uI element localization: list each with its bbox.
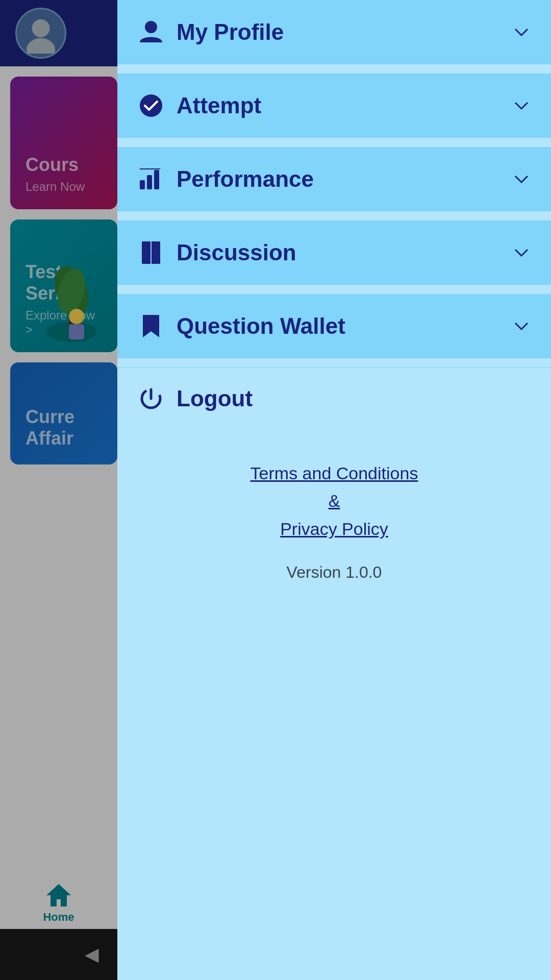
checkmark-circle-icon — [138, 92, 164, 119]
separator-2 — [117, 139, 551, 147]
drawer-item-discussion[interactable]: Discussion — [117, 220, 551, 286]
privacy-link[interactable]: Privacy Policy — [280, 519, 388, 538]
separator-1 — [117, 65, 551, 74]
my-profile-chevron-icon — [512, 23, 531, 41]
svg-rect-11 — [147, 175, 152, 189]
drawer-item-attempt[interactable]: Attempt — [117, 74, 551, 139]
drawer-item-my-profile[interactable]: My Profile — [117, 0, 551, 65]
drawer-item-performance-left: Performance — [138, 166, 314, 192]
separator-5 — [117, 359, 551, 368]
question-wallet-label: Question Wallet — [177, 313, 345, 339]
drawer-item-discussion-left: Discussion — [138, 239, 296, 266]
bookmark-open-icon — [138, 239, 164, 266]
attempt-label: Attempt — [177, 93, 261, 118]
question-wallet-chevron-icon — [512, 317, 531, 335]
performance-label: Performance — [177, 166, 314, 192]
separator-3 — [117, 212, 551, 220]
logout-label: Logout — [177, 386, 253, 411]
drawer-item-attempt-left: Attempt — [138, 92, 261, 119]
logout-button[interactable]: Logout — [117, 368, 551, 429]
drawer-item-question-wallet-left: Question Wallet — [138, 313, 345, 339]
ampersand: & — [329, 491, 340, 510]
svg-rect-17 — [152, 241, 160, 264]
bar-chart-icon — [138, 166, 164, 192]
drawer-item-performance[interactable]: Performance — [117, 147, 551, 212]
svg-point-9 — [140, 94, 162, 117]
svg-rect-16 — [142, 241, 151, 264]
separator-4 — [117, 286, 551, 294]
drawer-item-my-profile-left: My Profile — [138, 19, 284, 45]
svg-rect-12 — [154, 170, 159, 189]
attempt-chevron-icon — [512, 96, 531, 115]
discussion-chevron-icon — [512, 243, 531, 262]
svg-point-8 — [145, 21, 157, 33]
drawer-item-question-wallet[interactable]: Question Wallet — [117, 294, 551, 359]
drawer-footer: Terms and Conditions & Privacy Policy Ve… — [117, 429, 551, 980]
bookmark-icon — [138, 313, 164, 339]
person-icon — [138, 19, 164, 45]
terms-and-privacy-links[interactable]: Terms and Conditions & Privacy Policy — [251, 459, 418, 543]
power-icon — [138, 385, 164, 412]
performance-chevron-icon — [512, 170, 531, 188]
discussion-label: Discussion — [177, 240, 296, 265]
svg-rect-10 — [140, 180, 145, 189]
navigation-drawer: My Profile Attempt — [117, 0, 551, 980]
my-profile-label: My Profile — [177, 19, 284, 45]
terms-link[interactable]: Terms and Conditions — [251, 463, 418, 483]
version-text: Version 1.0.0 — [287, 563, 382, 582]
